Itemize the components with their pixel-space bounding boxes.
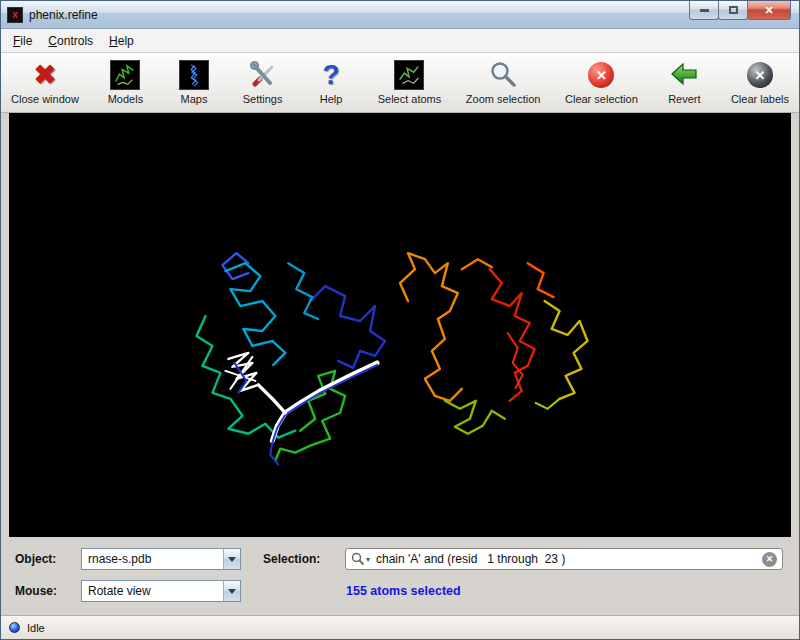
chain-trace-orange3 [528, 263, 554, 297]
clear-text-icon: ✕ [766, 555, 774, 564]
toolbar-button-settings[interactable]: Settings [239, 57, 287, 106]
selection-input[interactable] [372, 552, 762, 566]
object-row: Object: rnase-s.pdb Selection: ▾ ✕ [15, 547, 785, 571]
app-window: x phenix.refine ✕ File Controls Help ✖ C… [0, 0, 800, 640]
chain-trace-red [490, 269, 535, 401]
toolbar-button-close-window[interactable]: ✖ Close window [9, 57, 81, 106]
menu-file[interactable]: File [5, 30, 40, 52]
mouse-row: Mouse: Rotate view 155 atoms selected [15, 579, 785, 603]
toolbar-button-revert[interactable]: Revert [660, 57, 708, 106]
chain-trace-yellowgreen [445, 401, 505, 434]
minimize-button[interactable] [689, 1, 719, 20]
maximize-icon [729, 6, 738, 14]
object-dropdown[interactable]: rnase-s.pdb [81, 548, 241, 570]
close-icon: ✕ [764, 4, 773, 17]
toolbar-button-zoom-selection[interactable]: Zoom selection [464, 57, 543, 106]
status-led-icon [9, 622, 20, 633]
chain-trace-yellow [545, 301, 588, 399]
object-dropdown-value: rnase-s.pdb [88, 552, 151, 566]
selection-searchbox[interactable]: ▾ ✕ [345, 548, 783, 570]
toolbar-label: Clear selection [565, 93, 638, 105]
controls-panel: Object: rnase-s.pdb Selection: ▾ ✕ Mouse… [1, 537, 799, 615]
selection-clear-button[interactable]: ✕ [762, 552, 777, 567]
toolbar-label: Close window [11, 93, 79, 105]
close-button[interactable]: ✕ [747, 1, 791, 20]
title-bar[interactable]: x phenix.refine ✕ [1, 1, 799, 29]
models-icon [110, 60, 140, 90]
molecule-viewport[interactable] [9, 113, 791, 537]
atoms-selected-text: 155 atoms selected [346, 584, 461, 598]
chain-trace-yellowgreen2 [536, 399, 560, 409]
toolbar-button-help[interactable]: ? Help [307, 57, 355, 106]
help-icon: ? [323, 61, 340, 89]
status-text: Idle [27, 622, 45, 634]
chevron-down-icon [223, 549, 240, 569]
toolbar-button-models[interactable]: Models [101, 57, 149, 106]
toolbar-button-clear-selection[interactable]: ✕ Clear selection [563, 57, 640, 106]
toolbar-button-maps[interactable]: Maps [170, 57, 218, 106]
chevron-down-icon [223, 581, 240, 601]
menu-help[interactable]: Help [101, 30, 142, 52]
chain-trace-blue [310, 286, 385, 368]
toolbar-label: Select atoms [378, 93, 442, 105]
clear-selection-icon: ✕ [588, 62, 614, 88]
toolbar-label: Models [108, 93, 143, 105]
toolbar-label: Settings [243, 93, 283, 105]
toolbar-button-clear-labels[interactable]: ✕ Clear labels [729, 57, 791, 106]
mouse-mode-dropdown[interactable]: Rotate view [81, 580, 241, 602]
maps-icon [179, 60, 209, 90]
toolbar: ✖ Close window Models Maps Settings ? He… [1, 53, 799, 113]
toolbar-label: Revert [668, 93, 700, 105]
maximize-button[interactable] [718, 1, 748, 20]
selection-highlight-core [272, 365, 377, 443]
zoom-selection-icon [488, 59, 518, 91]
minimize-icon [700, 9, 709, 12]
chain-trace-orange [400, 253, 462, 401]
chain-trace-cyan2 [288, 263, 318, 319]
selection-label: Selection: [263, 552, 345, 566]
revert-icon [669, 60, 699, 90]
window-controls: ✕ [690, 1, 791, 20]
mouse-mode-value: Rotate view [88, 584, 151, 598]
toolbar-label: Maps [181, 93, 208, 105]
select-atoms-icon [394, 60, 424, 90]
toolbar-label: Help [320, 93, 343, 105]
toolbar-button-select-atoms[interactable]: Select atoms [376, 57, 444, 106]
status-bar: Idle [1, 615, 799, 639]
search-options-arrow-icon[interactable]: ▾ [366, 555, 370, 564]
toolbar-label: Zoom selection [466, 93, 541, 105]
settings-icon [248, 59, 278, 91]
mouse-label: Mouse: [15, 584, 81, 598]
selection-link-white [258, 385, 285, 413]
menu-bar: File Controls Help [1, 29, 799, 53]
molecule-render [9, 113, 791, 537]
search-icon [351, 552, 365, 566]
app-icon: x [7, 7, 23, 23]
close-window-icon: ✖ [34, 62, 57, 89]
clear-labels-icon: ✕ [747, 62, 773, 88]
window-title: phenix.refine [29, 8, 98, 22]
menu-controls[interactable]: Controls [40, 30, 101, 52]
chain-trace-orange2 [462, 259, 492, 269]
toolbar-label: Clear labels [731, 93, 789, 105]
object-label: Object: [15, 552, 81, 566]
